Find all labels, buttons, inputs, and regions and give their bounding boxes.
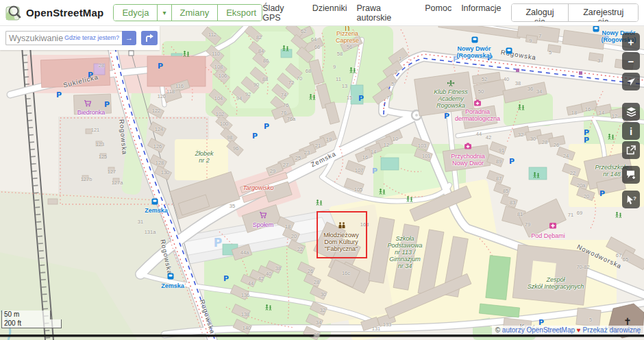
directions-button[interactable] [141, 31, 158, 45]
osm-authors-link[interactable]: autorzy OpenStreetMap [502, 326, 575, 334]
query-features-button[interactable]: ? [622, 191, 640, 208]
locate-button[interactable] [622, 73, 640, 90]
header-nav-links: Ślady GPSDziennikiPrawa autorskiePomocIn… [262, 3, 501, 23]
top-header: OpenStreetMap Edycja ▾ Zmiany Eksport Śl… [0, 0, 644, 26]
signup-button[interactable]: Zarejestruj się [569, 4, 638, 21]
share-button[interactable] [622, 141, 640, 159]
search-placeholder: Wyszukiwanie [9, 34, 63, 43]
zoom-out-button[interactable]: − [622, 52, 640, 70]
osm-logo-icon [5, 5, 21, 21]
export-button[interactable]: Eksport [218, 5, 262, 21]
note-icon [626, 170, 636, 180]
highlight-box [317, 211, 367, 258]
auth-buttons: Zaloguj się Zarejestruj się [511, 3, 639, 22]
map-key-button[interactable]: i [622, 122, 640, 140]
map-stage[interactable]: ✝ 11211010810610410210098961161181201221… [0, 26, 644, 340]
zoom-in-button[interactable]: + [622, 33, 640, 51]
layers-button[interactable] [622, 103, 640, 121]
login-button[interactable]: Zaloguj się [512, 4, 569, 21]
header-link-3[interactable]: Pomoc [425, 3, 451, 23]
search-panel: Wyszukiwanie Gdzie teraz jestem? → [0, 26, 160, 50]
map-action-buttons: Edycja ▾ Zmiany Eksport [113, 4, 262, 21]
query-icon: ? [626, 195, 636, 205]
layers-icon [626, 107, 636, 117]
heart-icon: ♥ [577, 326, 581, 334]
donate-link[interactable]: Przekaż darowiznę [583, 326, 641, 334]
add-note-button[interactable] [622, 166, 640, 184]
locate-icon [627, 77, 636, 86]
scale-metric: 50 m [1, 311, 51, 319]
where-am-i-link[interactable]: Gdzie teraz jestem? [64, 34, 119, 41]
share-icon [626, 145, 636, 155]
edit-button[interactable]: Edycja [114, 5, 158, 21]
search-input[interactable]: Wyszukiwanie Gdzie teraz jestem? [5, 31, 122, 45]
scale-bar: 50 m 200 ft [1, 311, 62, 328]
header-link-1[interactable]: Dzienniki [312, 3, 347, 23]
attribution: © autorzy OpenStreetMap ♥ Przekaż darowi… [492, 326, 644, 335]
svg-text:?: ? [633, 195, 636, 202]
header-link-2[interactable]: Prawa autorskie [356, 3, 415, 23]
directions-icon [145, 34, 155, 42]
search-go-button[interactable]: → [122, 31, 136, 45]
header-link-4[interactable]: Informacje [461, 3, 501, 23]
map-canvas[interactable]: ✝ [0, 26, 644, 340]
scale-imperial: 200 ft [1, 319, 62, 328]
brand-title: OpenStreetMap [26, 7, 103, 19]
copyright-symbol: © [495, 326, 500, 334]
history-button[interactable]: Zmiany [172, 5, 219, 21]
edit-dropdown-caret[interactable]: ▾ [158, 5, 171, 21]
header-link-0[interactable]: Ślady GPS [262, 3, 302, 23]
osm-brand[interactable]: OpenStreetMap [0, 5, 103, 21]
